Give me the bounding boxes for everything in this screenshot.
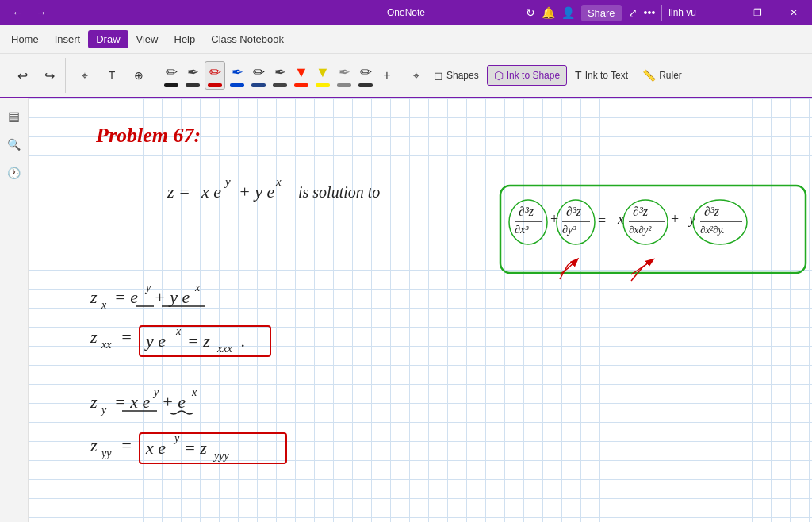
ink-to-text-button[interactable]: T Ink to Text <box>569 66 634 85</box>
ink-to-shape-icon: ⬡ <box>494 69 504 82</box>
shape-tools-group: ⌖ ◻ Shapes ⬡ Ink to Shape T Ink to Text … <box>404 58 691 93</box>
ink-select-button[interactable]: ⌖ <box>407 66 426 86</box>
shapes-label: Shapes <box>446 70 479 81</box>
svg-text:∂x³: ∂x³ <box>515 224 529 236</box>
content-area: ▤ 🔍 🕐 Problem 67: z = x e y + y e x is s… <box>0 98 812 522</box>
eraser-icon: ⊕ <box>134 69 144 82</box>
svg-text:z: z <box>90 436 98 455</box>
expand-icon[interactable]: ⤢ <box>628 6 638 19</box>
pen-dark[interactable]: ✒ <box>183 62 202 89</box>
menu-home[interactable]: Home <box>3 30 47 48</box>
pen-black-icon: ✏ <box>166 63 178 81</box>
eraser-button[interactable]: ⊕ <box>126 61 151 90</box>
pen-yellow-icon: ▼ <box>316 64 330 81</box>
back-button[interactable]: ← <box>6 2 29 24</box>
pen-black[interactable]: ✏ <box>162 62 181 89</box>
pen-navy-icon: ✏ <box>253 63 265 81</box>
svg-rect-45 <box>140 326 270 356</box>
svg-rect-7 <box>500 186 806 273</box>
svg-text:x: x <box>194 282 201 294</box>
sidebar-search-button[interactable]: 🔍 <box>3 133 25 155</box>
lasso-button[interactable]: ⌖ <box>72 61 98 90</box>
svg-text:+ y e: + y e <box>239 182 275 202</box>
svg-text:y e: y e <box>144 331 166 351</box>
restore-button[interactable]: ❐ <box>739 0 776 25</box>
svg-text:+: + <box>550 211 558 227</box>
pen-thin[interactable]: ✏ <box>356 62 375 89</box>
pen-darkgray[interactable]: ✒ <box>270 62 289 89</box>
redo-icon: ↪ <box>44 68 55 83</box>
notification-icon[interactable]: 👤 <box>561 6 575 19</box>
menu-insert[interactable]: Insert <box>47 30 89 48</box>
minimize-button[interactable]: ─ <box>703 0 739 25</box>
forward-button[interactable]: → <box>30 2 52 24</box>
sync-icon[interactable]: ↻ <box>526 6 535 19</box>
svg-point-28 <box>693 200 747 244</box>
pen-blue[interactable]: ✒ <box>228 62 247 89</box>
shapes-icon: ◻ <box>434 69 443 82</box>
notebook-icon: ▤ <box>8 109 20 124</box>
svg-text:∂x∂y²: ∂x∂y² <box>629 224 652 236</box>
svg-text:= x e: = x e <box>114 392 151 412</box>
separator <box>661 5 662 21</box>
menu-help[interactable]: Help <box>167 30 204 48</box>
svg-line-32 <box>631 267 643 281</box>
svg-text:x: x <box>191 386 197 398</box>
type-button[interactable]: T <box>99 61 124 90</box>
pen-red2[interactable]: ▼ <box>292 63 311 89</box>
svg-line-30 <box>560 265 568 279</box>
sidebar-history-button[interactable]: 🕐 <box>3 162 25 184</box>
svg-text:y: y <box>152 386 159 398</box>
add-pen-button[interactable]: + <box>377 61 396 90</box>
menu-draw[interactable]: Draw <box>88 30 128 48</box>
pen-yellow[interactable]: ▼ <box>313 63 332 89</box>
ruler-label: Ruler <box>659 70 682 81</box>
close-button[interactable]: ✕ <box>776 0 812 25</box>
svg-rect-61 <box>140 433 286 463</box>
pen-red2-icon: ▼ <box>294 64 308 81</box>
ruler-button[interactable]: 📏 Ruler <box>636 66 688 85</box>
svg-text:∂y³: ∂y³ <box>562 224 576 236</box>
pen-gray[interactable]: ✒ <box>335 62 354 89</box>
shapes-button[interactable]: ◻ Shapes <box>427 66 485 85</box>
toolbar: ↩ ↪ ⌖ T ⊕ ✏ ✒ ✏ <box>0 54 812 98</box>
pen-blue-color <box>230 83 244 87</box>
pen-navy-color <box>251 83 266 87</box>
ink-to-shape-button[interactable]: ⬡ Ink to Shape <box>487 65 567 86</box>
undo-button[interactable]: ↩ <box>10 61 35 90</box>
svg-text:= z: = z <box>187 331 210 351</box>
svg-text:=: = <box>121 436 132 455</box>
svg-text:∂³z: ∂³z <box>566 205 582 218</box>
menu-view[interactable]: View <box>128 30 167 48</box>
undo-redo-group: ↩ ↪ <box>6 58 66 93</box>
ruler-icon: 📏 <box>642 69 656 82</box>
menu-class-notebook[interactable]: Class Notebook <box>203 30 292 48</box>
menubar: Home Insert Draw View Help Class Noteboo… <box>0 25 812 54</box>
notebook-canvas[interactable]: Problem 67: z = x e y + y e x is solutio… <box>29 98 812 522</box>
svg-text:∂³z: ∂³z <box>633 205 649 218</box>
ink-to-text-icon: T <box>575 69 582 82</box>
window-controls: ─ ❐ ✕ <box>703 0 812 25</box>
svg-text:∂³z: ∂³z <box>519 205 534 218</box>
pen-red-icon: ✏ <box>209 63 221 81</box>
type-icon: T <box>109 69 116 82</box>
share-button[interactable]: Share <box>581 5 622 21</box>
svg-text:z =: z = <box>167 182 190 202</box>
svg-text:Problem 67:: Problem 67: <box>95 124 201 147</box>
svg-text:y: y <box>173 432 180 444</box>
pen-red[interactable]: ✏ <box>205 61 225 90</box>
pen-gray-icon: ✒ <box>339 63 350 81</box>
svg-text:x: x <box>275 175 282 188</box>
bell-icon[interactable]: 🔔 <box>542 6 555 19</box>
svg-text:y: y <box>144 282 151 294</box>
ink-to-text-label: Ink to Text <box>585 70 628 81</box>
pen-navy[interactable]: ✏ <box>249 62 268 89</box>
sidebar-notebook-button[interactable]: ▤ <box>3 105 25 127</box>
clock-icon: 🕐 <box>7 167 21 179</box>
pen-gray-color <box>337 83 351 87</box>
more-icon[interactable]: ••• <box>644 6 656 19</box>
pen-red-color <box>208 83 222 87</box>
svg-point-27 <box>623 200 668 244</box>
redo-button[interactable]: ↪ <box>36 61 62 90</box>
pen-red2-color <box>294 83 308 87</box>
